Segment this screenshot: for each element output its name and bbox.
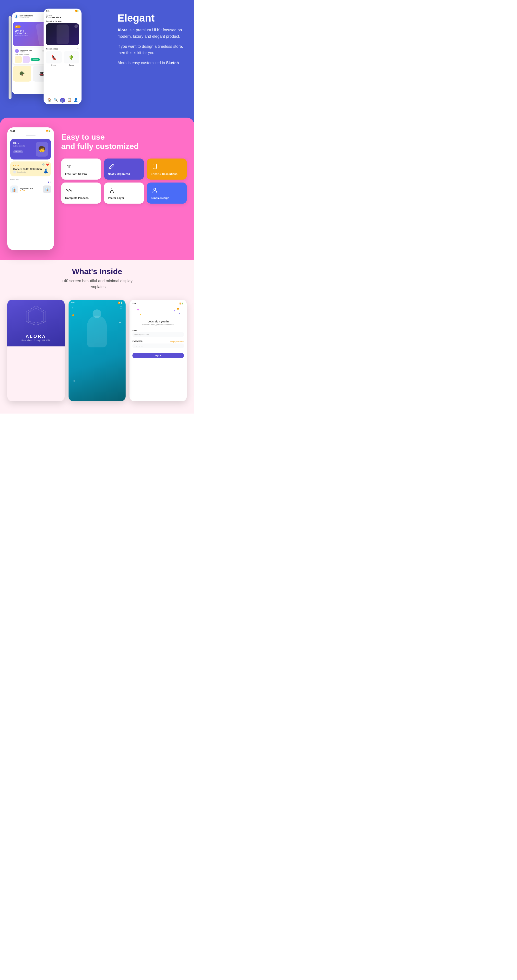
password-field[interactable]: •••••• bbox=[132, 344, 184, 348]
notification-title: Super Hot Sale bbox=[20, 49, 32, 51]
feature-card-free-font: T Free Font SF Pro bbox=[61, 159, 101, 180]
category-name: Kids bbox=[13, 142, 25, 145]
screen-preview-2: 9:41 📶🔋 ← ♡ bbox=[68, 300, 126, 401]
phone-strip bbox=[9, 16, 11, 99]
whats-inside-title: What's Inside bbox=[7, 267, 187, 276]
alora-logo: ALORA bbox=[26, 334, 46, 339]
category-products: 1.3k products bbox=[13, 145, 25, 147]
svg-point-1 bbox=[111, 188, 113, 189]
phone-card-2: 9:41 📶🔋 Howdy, Cristina Yota Trending fo… bbox=[44, 9, 81, 104]
svg-line-13 bbox=[36, 321, 43, 325]
whats-inside-subtitle: +40 screen beautiful and minimal display… bbox=[7, 278, 187, 290]
product-title: Modern Outfit Collection bbox=[13, 168, 48, 170]
resolutions-label: 375x812 Resolutions bbox=[151, 172, 178, 176]
svg-line-9 bbox=[43, 312, 46, 312]
features-phone: 9:41 📶🔋 Kids 1.3k products VIEW » bbox=[7, 127, 54, 250]
recent-item-name: Light Belt Suit bbox=[20, 188, 41, 189]
phone2-time: 9:41 bbox=[46, 10, 49, 12]
email-label: EMAIL bbox=[132, 329, 184, 331]
font-icon: T bbox=[65, 162, 73, 170]
svg-marker-5 bbox=[26, 306, 46, 325]
seller-name: Joko Susilp bbox=[17, 171, 26, 173]
svg-line-12 bbox=[26, 321, 29, 322]
pencil-icon bbox=[108, 162, 116, 170]
signin-title: Let's sign you in bbox=[132, 320, 184, 323]
hero-desc-2: If you want to design a timeless store, … bbox=[117, 43, 187, 56]
svg-line-11 bbox=[43, 321, 46, 322]
svg-point-3 bbox=[113, 192, 114, 193]
whats-inside-section: What's Inside +40 screen beautiful and m… bbox=[0, 255, 194, 414]
recent-label: ecent Sell bbox=[10, 178, 51, 181]
features-right: Easy to use and fully customized T Free … bbox=[61, 127, 187, 204]
email-field[interactable]: cristina@alora.com bbox=[132, 332, 184, 337]
hero-section: 👤 New Collections Clothes Modern 🔍 $ 4.5 bbox=[0, 0, 194, 125]
svg-line-8 bbox=[29, 306, 36, 312]
person-icon bbox=[151, 186, 159, 194]
signin-button[interactable]: Sign In bbox=[132, 353, 184, 358]
left-phone-time: 9:41 bbox=[10, 130, 15, 132]
vector-icon bbox=[108, 186, 116, 194]
recommended-label: Recomended bbox=[46, 48, 58, 50]
recent-item-price: $ 3,49 bbox=[20, 189, 41, 191]
hero-title: Elegant bbox=[117, 12, 187, 24]
feature-card-neatly-organized: Neatly Organized bbox=[104, 159, 144, 180]
screen-preview-3: 9:41 📶🔋 Let's sign you in Welcome back, … bbox=[130, 300, 187, 401]
vector-layer-label: Vector Layer bbox=[108, 196, 124, 200]
shoes-label: Shoes bbox=[46, 64, 62, 66]
view-btn[interactable]: VIEW » bbox=[15, 151, 21, 153]
features-section: 9:41 📶🔋 Kids 1.3k products VIEW » bbox=[0, 118, 194, 260]
forgot-password-link[interactable]: Forgot password? bbox=[170, 341, 184, 342]
phone-frame-icon bbox=[151, 162, 159, 170]
notification-id: # 23943 bbox=[20, 51, 32, 52]
feature-card-vector-layer: Vector Layer bbox=[104, 183, 144, 204]
hero-text: Elegant Alora is a premium UI Kit focuse… bbox=[117, 7, 187, 70]
phone2-username: Cristina Yota bbox=[46, 16, 79, 19]
waveform-icon bbox=[65, 186, 73, 194]
signin-subtitle: Welcome back, you've been missed! bbox=[132, 324, 184, 326]
simple-design-label: Simple Design bbox=[151, 196, 170, 200]
hero-desc-3: Alora is easy customized in Sketch bbox=[117, 60, 187, 66]
svg-rect-0 bbox=[153, 164, 156, 169]
features-grid: T Free Font SF Pro Neatly Organized bbox=[61, 159, 187, 204]
svg-point-2 bbox=[110, 192, 111, 193]
screen-preview-1: ALORA Fashion Shop UI Kit bbox=[7, 300, 65, 401]
password-label: PASSWORD bbox=[132, 340, 143, 342]
trending-label: Trending for you bbox=[46, 20, 62, 22]
features-title: Easy to use and fully customized bbox=[61, 132, 187, 151]
complete-process-label: Complete Process bbox=[65, 196, 89, 200]
svg-line-14 bbox=[29, 321, 36, 325]
phone-mockups: 👤 New Collections Clothes Modern 🔍 $ 4.5 bbox=[7, 7, 113, 110]
phone2-greeting: Howdy, bbox=[46, 14, 79, 16]
svg-point-4 bbox=[154, 188, 156, 190]
alora-tagline: Fashion Shop UI Kit bbox=[22, 339, 51, 342]
free-font-label: Free Font SF Pro bbox=[65, 172, 87, 176]
svg-line-10 bbox=[26, 312, 29, 312]
neatly-organized-label: Neatly Organized bbox=[108, 172, 130, 176]
feature-card-complete-process: Complete Process bbox=[61, 183, 101, 204]
screens-grid: ALORA Fashion Shop UI Kit 9:41 📶🔋 ← ♡ bbox=[7, 300, 187, 401]
recent-item: 👔 Light Belt Suit $ 3,49 👔 bbox=[10, 184, 51, 195]
complete-badge: Complete bbox=[30, 58, 40, 61]
feature-card-resolutions: 375x812 Resolutions bbox=[147, 159, 187, 180]
cactus-label: Cactus bbox=[63, 64, 79, 66]
hero-desc-1: Alora is a premium UI Kit focused on mod… bbox=[117, 27, 187, 40]
feature-card-simple-design: Simple Design bbox=[147, 183, 187, 204]
svg-line-7 bbox=[36, 306, 43, 312]
